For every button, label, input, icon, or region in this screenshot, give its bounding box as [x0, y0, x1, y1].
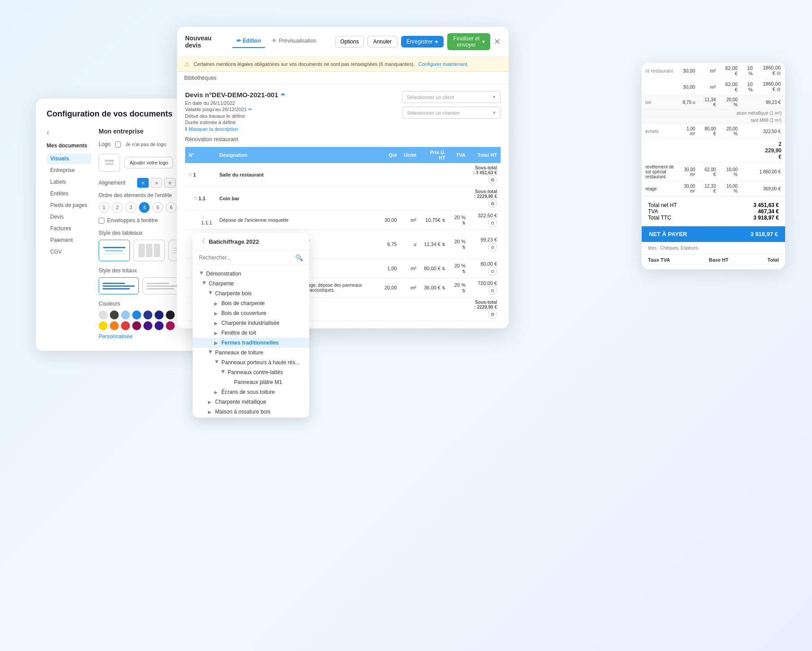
- bati-search-input[interactable]: [199, 254, 293, 261]
- color-swatch-14[interactable]: [166, 321, 175, 330]
- arrow-icon: ▶: [208, 410, 213, 414]
- tva-row: TVA 467,34 €: [648, 208, 779, 215]
- options-button[interactable]: Options: [335, 36, 363, 47]
- edit-validite-icon[interactable]: ✏: [248, 107, 252, 112]
- color-swatch-2[interactable]: [110, 310, 119, 319]
- row-total: 322,50 € ⊙: [469, 211, 501, 230]
- row-action-icon[interactable]: ⊙: [488, 267, 497, 276]
- row-label: Dépose de l'ancienne moquette: [216, 211, 378, 230]
- color-swatch-9[interactable]: [110, 321, 119, 330]
- row-unite: m²: [700, 79, 720, 95]
- tree-item-charpente-industrialisee[interactable]: ▶ Charpente industrialisée: [193, 318, 309, 328]
- sidebar-item-devis[interactable]: Devis: [47, 211, 91, 222]
- total-net-ht-label: Total net HT: [648, 202, 718, 208]
- sidebar-item-labels[interactable]: Labels: [47, 177, 91, 187]
- tree-item-fenetre-toit[interactable]: ▶ Fenêtre de toit: [193, 328, 309, 338]
- enregistrer-button[interactable]: Enregistrer +: [401, 36, 444, 47]
- sidebar-item-paiement[interactable]: Paiement: [47, 235, 91, 246]
- devis-num: Devis n°DEV-DEMO-2021-001: [185, 91, 278, 99]
- tree-item-panneaux-platre[interactable]: ▶ Panneaux plâtre M1: [193, 377, 309, 387]
- tree-item-couverture[interactable]: ▶ Couverture et eaux pluviales: [193, 417, 309, 418]
- tree-item-panneaux-toiture[interactable]: ▶ Panneaux de toiture: [193, 348, 309, 358]
- row-qte: 30,00: [678, 79, 700, 95]
- add-logo-button[interactable]: Ajouter votre logo: [125, 157, 173, 168]
- tree-label: Panneaux plâtre M1: [234, 379, 282, 385]
- color-swatch-11[interactable]: [132, 321, 141, 330]
- expand-icon[interactable]: ⊙: [488, 199, 497, 208]
- order-num-1[interactable]: 1: [99, 202, 109, 213]
- edit-num-icon[interactable]: ✏: [281, 92, 285, 98]
- tree-label: Panneaux contre-lattés: [228, 369, 283, 375]
- tree-item-charpente[interactable]: ▶ Charpente: [193, 279, 309, 289]
- order-num-2[interactable]: 2: [112, 202, 123, 213]
- tree-item-charpente-metallique[interactable]: ▶ Charpente métallique: [193, 397, 309, 407]
- color-swatch-6[interactable]: [155, 310, 164, 319]
- select-client[interactable]: Sélectionner un client ▾: [402, 91, 501, 103]
- row-tva: 20 % ⇅: [449, 230, 469, 259]
- select-chantier[interactable]: Sélectionner un chantier ▾: [402, 107, 501, 119]
- sidebar-item-cgv[interactable]: CGV: [47, 246, 91, 257]
- align-left-btn[interactable]: ≡: [137, 178, 149, 188]
- color-swatch-4[interactable]: [132, 310, 141, 319]
- row-action-icon[interactable]: ⊙: [488, 286, 497, 295]
- masquer-link[interactable]: ℹ Masquer la description: [185, 126, 285, 132]
- sidebar-item-pieds[interactable]: Pieds de pages: [47, 200, 91, 211]
- tab-previsualisation[interactable]: 👁 Prévisualisation: [267, 35, 321, 48]
- back-button[interactable]: ‹: [47, 128, 91, 137]
- order-num-6[interactable]: 6: [166, 202, 177, 213]
- arrow-icon: ▶: [221, 370, 226, 375]
- envelope-checkbox[interactable]: [99, 218, 104, 224]
- bati-collapse-icon[interactable]: 《: [199, 237, 205, 246]
- order-num-3[interactable]: 3: [125, 202, 136, 213]
- personnalisee-link[interactable]: Personnalisée: [99, 333, 133, 340]
- tree-item-charpente-bois[interactable]: ▶ Charpente bois: [193, 289, 309, 298]
- tree-item-panneaux-contre-lattes[interactable]: ▶ Panneaux contre-lattés: [193, 367, 309, 377]
- finaliser-button[interactable]: Finaliser et envoyer ▾: [447, 33, 490, 50]
- warning-link[interactable]: Configurer maintenant.: [418, 61, 468, 67]
- color-swatch-13[interactable]: [155, 321, 164, 330]
- annuler-button[interactable]: Annuler: [367, 36, 397, 47]
- color-swatch-3[interactable]: [121, 310, 130, 319]
- align-right-btn[interactable]: ≡: [164, 178, 176, 188]
- style-totaux-1[interactable]: [99, 277, 139, 294]
- sidebar-item-factures[interactable]: Factures: [47, 223, 91, 234]
- tree-item-demonstration[interactable]: ▶ Démonstration: [193, 269, 309, 279]
- row-unite: m²: [401, 278, 420, 297]
- tree-item-maison-ossature[interactable]: ▶ Maison à ossature bois: [193, 407, 309, 417]
- tree-label: Bois de charpente: [221, 300, 265, 306]
- col-designation: Désignation: [216, 147, 378, 163]
- expand-icon[interactable]: ⊙: [488, 175, 497, 184]
- row-action-icon[interactable]: ⊙: [488, 218, 497, 227]
- tree-item-fermes[interactable]: ▶ Fermes traditionnelles: [193, 338, 309, 348]
- order-num-4[interactable]: 4: [139, 202, 150, 213]
- tree-item-bois-charpente[interactable]: ▶ Bois de charpente: [193, 298, 309, 308]
- order-num-5[interactable]: 5: [152, 202, 163, 213]
- color-swatch-1[interactable]: [99, 310, 108, 319]
- row-action-icon[interactable]: ⊙: [488, 242, 497, 251]
- row-total: 1860,00 € ⊙: [757, 63, 785, 79]
- color-swatch-12[interactable]: [143, 321, 152, 330]
- eye-tab-icon: 👁: [272, 38, 277, 44]
- expand-icon[interactable]: ⊙: [488, 310, 497, 319]
- tab-edition[interactable]: ✏ Edition: [232, 35, 266, 48]
- sidebar-item-entetes[interactable]: Entêtes: [47, 188, 91, 199]
- tva-value: 467,34 €: [718, 208, 779, 215]
- logo-checkbox[interactable]: [115, 142, 121, 147]
- row-qte: 30,00: [378, 211, 401, 230]
- style-table-2[interactable]: [134, 240, 165, 261]
- sidebar-item-entreprise[interactable]: Entreprise: [47, 165, 91, 176]
- sidebar-item-visuels[interactable]: Visuels: [47, 153, 91, 164]
- color-swatch-8[interactable]: [99, 321, 108, 330]
- col-tva: TVA: [449, 147, 469, 163]
- style-table-1[interactable]: [99, 240, 130, 261]
- tree-item-ecrans[interactable]: ▶ Écrans de sous toiture: [193, 387, 309, 397]
- color-swatch-7[interactable]: [166, 310, 175, 319]
- tree-item-panneaux-porteurs[interactable]: ▶ Panneaux porteurs à haute rés...: [193, 358, 309, 367]
- row-prix: 62,00 €: [720, 79, 742, 95]
- color-swatch-5[interactable]: [143, 310, 152, 319]
- color-swatch-10[interactable]: [121, 321, 130, 330]
- close-button[interactable]: ✕: [494, 37, 501, 47]
- tree-item-bois-couverture[interactable]: ▶ Bois de couverture: [193, 308, 309, 318]
- align-center-btn[interactable]: ≡: [151, 178, 162, 188]
- arrow-icon: ▶: [214, 301, 220, 306]
